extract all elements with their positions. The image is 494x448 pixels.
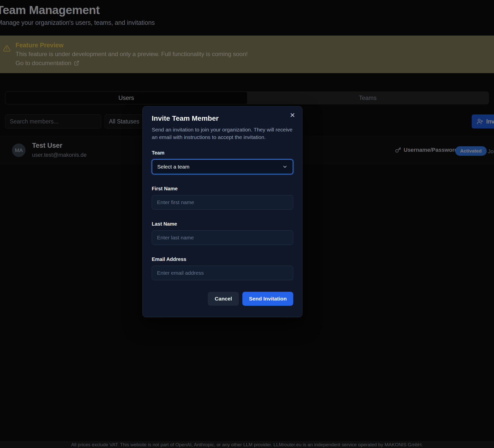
- team-management-page: Team Management Manage your organization…: [0, 0, 494, 448]
- send-invitation-button[interactable]: Send Invitation: [242, 292, 293, 306]
- last-name-label: Last Name: [152, 221, 293, 227]
- invite-team-member-modal: ✕ Invite Team Member Send an invitation …: [142, 106, 302, 317]
- team-select[interactable]: Select a team: [152, 159, 293, 174]
- modal-actions: Cancel Send Invitation: [152, 292, 293, 306]
- modal-title: Invite Team Member: [152, 114, 293, 122]
- team-label: Team: [152, 150, 293, 156]
- close-icon[interactable]: ✕: [290, 112, 295, 118]
- first-name-field[interactable]: [152, 195, 293, 210]
- modal-description: Send an invitation to join your organiza…: [152, 126, 293, 141]
- team-select-value: Select a team: [157, 164, 189, 170]
- email-field[interactable]: [152, 266, 293, 280]
- cancel-button[interactable]: Cancel: [208, 292, 239, 306]
- email-address-label: Email Address: [152, 256, 293, 262]
- chevron-down-icon: [282, 164, 288, 170]
- first-name-label: First Name: [152, 186, 293, 192]
- last-name-field[interactable]: [152, 230, 293, 245]
